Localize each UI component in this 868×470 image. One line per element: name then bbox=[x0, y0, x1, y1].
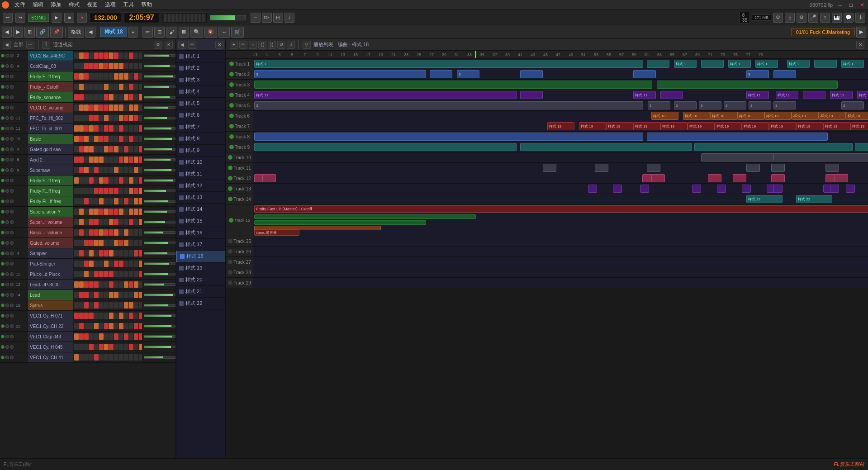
help-icon[interactable]: ? bbox=[820, 13, 830, 23]
pad[interactable] bbox=[89, 344, 94, 350]
pad[interactable] bbox=[119, 250, 123, 256]
pad[interactable] bbox=[134, 125, 138, 132]
tb2-shop[interactable]: 🛒 bbox=[231, 27, 244, 38]
pattern-item[interactable]: 样式 8 bbox=[176, 133, 225, 145]
pad[interactable] bbox=[74, 261, 79, 267]
pad[interactable] bbox=[74, 344, 79, 350]
ch-pads[interactable] bbox=[73, 333, 142, 340]
pattern-block[interactable]: 样式 18 bbox=[792, 112, 819, 120]
ch-pads[interactable] bbox=[73, 104, 142, 111]
pad[interactable] bbox=[119, 73, 123, 80]
song-mode-btn[interactable]: SONG bbox=[28, 14, 49, 22]
channel-row[interactable]: Basic_-_volume bbox=[0, 228, 175, 238]
pad[interactable] bbox=[79, 261, 84, 267]
ch-vol-slider[interactable] bbox=[144, 314, 175, 317]
ch-mute-dot[interactable] bbox=[5, 293, 9, 297]
pad[interactable] bbox=[104, 302, 109, 309]
pad[interactable] bbox=[134, 240, 138, 246]
ch-name[interactable]: VEC1 Cy..CH 41 bbox=[28, 352, 73, 362]
track-row[interactable]: Track 27 bbox=[226, 257, 868, 267]
pad[interactable] bbox=[119, 219, 123, 225]
channel-row[interactable]: 10 Basic bbox=[0, 134, 175, 144]
pad[interactable] bbox=[79, 115, 84, 121]
pad[interactable] bbox=[84, 177, 89, 184]
pad[interactable] bbox=[119, 136, 123, 142]
ch-pads[interactable] bbox=[73, 146, 142, 152]
pattern-block[interactable]: 样式 18 bbox=[846, 112, 868, 120]
pad[interactable] bbox=[104, 125, 109, 132]
track-content[interactable]: 样式 18样式 18样式 18样式 18样式 18样式 18样式 18样式 18… bbox=[253, 111, 868, 121]
ch-vol-slider[interactable] bbox=[144, 335, 175, 338]
pad[interactable] bbox=[129, 219, 133, 225]
track-content[interactable]: 样式 11样式 11样式 11样式 11样式 11样式 11 bbox=[253, 90, 868, 100]
pad[interactable] bbox=[139, 63, 142, 69]
rack-options[interactable]: ⋯ bbox=[26, 41, 34, 49]
pattern-block[interactable] bbox=[520, 91, 543, 99]
ch-active-dot[interactable] bbox=[1, 95, 5, 99]
ch-active-dot[interactable] bbox=[1, 168, 5, 172]
pattern-block[interactable]: 样式 19 bbox=[742, 122, 769, 130]
pad[interactable] bbox=[114, 271, 119, 277]
pad[interactable] bbox=[134, 167, 138, 173]
pad[interactable] bbox=[119, 104, 123, 111]
pad[interactable] bbox=[124, 84, 128, 90]
pad[interactable] bbox=[124, 198, 128, 204]
pad[interactable] bbox=[89, 333, 94, 340]
pad[interactable] bbox=[104, 292, 109, 298]
pad[interactable] bbox=[134, 271, 138, 277]
pad[interactable] bbox=[74, 157, 79, 163]
ch-vol-slider[interactable] bbox=[144, 169, 175, 171]
pattern-block[interactable]: 样式 19 bbox=[633, 122, 660, 130]
pad[interactable] bbox=[79, 302, 84, 309]
pad[interactable] bbox=[114, 115, 119, 121]
pad[interactable] bbox=[124, 292, 128, 298]
ch-pads[interactable] bbox=[73, 84, 142, 90]
pad[interactable] bbox=[119, 198, 123, 204]
ch-name[interactable]: Basic_-_volume bbox=[28, 228, 73, 237]
pad[interactable] bbox=[114, 73, 119, 80]
ch-pads[interactable] bbox=[73, 177, 142, 184]
pad[interactable] bbox=[104, 333, 109, 340]
pad[interactable] bbox=[84, 52, 89, 59]
ch-vol-slider[interactable] bbox=[144, 96, 175, 99]
pad[interactable] bbox=[129, 302, 133, 309]
ch-mute-dot[interactable] bbox=[5, 199, 9, 203]
tb2-erase[interactable]: ⊠ bbox=[179, 27, 189, 38]
auto-clip-3[interactable] bbox=[254, 220, 426, 225]
pad[interactable] bbox=[89, 229, 94, 236]
pad[interactable] bbox=[109, 354, 114, 361]
pad[interactable] bbox=[124, 146, 128, 152]
pad[interactable] bbox=[79, 63, 84, 69]
ch-pads[interactable] bbox=[73, 323, 142, 329]
pat-close[interactable]: ✕ bbox=[215, 41, 223, 49]
pad[interactable] bbox=[99, 219, 104, 225]
pattern-block[interactable]: 样式 1 bbox=[254, 60, 643, 68]
ch-mute-dot[interactable] bbox=[5, 158, 9, 161]
ch-pads[interactable] bbox=[73, 344, 142, 350]
pad[interactable] bbox=[94, 125, 99, 132]
pattern-block[interactable]: 样式 19 bbox=[579, 122, 606, 130]
track-content[interactable] bbox=[253, 173, 868, 183]
pattern-item[interactable]: 样式 16 bbox=[176, 227, 225, 239]
ch-active-dot[interactable] bbox=[1, 106, 5, 109]
pad[interactable] bbox=[119, 209, 123, 215]
ch-name[interactable]: Sampler bbox=[28, 248, 73, 258]
track-content[interactable] bbox=[253, 152, 868, 162]
pad[interactable] bbox=[79, 94, 84, 100]
pad[interactable] bbox=[104, 271, 109, 277]
pat-prev[interactable]: ◀ bbox=[178, 41, 186, 49]
pattern-block[interactable] bbox=[837, 153, 868, 161]
channel-row[interactable]: VEC1 Cy..H 045 bbox=[0, 342, 175, 352]
pattern-block[interactable]: 3 bbox=[648, 101, 670, 109]
pad[interactable] bbox=[84, 63, 89, 69]
pad[interactable] bbox=[124, 333, 128, 340]
ch-name[interactable]: Fruity Fi...ff freq bbox=[28, 196, 73, 206]
ch-mute-dot[interactable] bbox=[5, 262, 9, 266]
pad[interactable] bbox=[104, 136, 109, 142]
pad[interactable] bbox=[89, 209, 94, 215]
pad[interactable] bbox=[139, 292, 142, 298]
pad[interactable] bbox=[129, 344, 133, 350]
ch-mute-dot[interactable] bbox=[5, 272, 9, 276]
tb2-slide[interactable]: ↔ bbox=[218, 27, 230, 38]
pad[interactable] bbox=[79, 292, 84, 298]
